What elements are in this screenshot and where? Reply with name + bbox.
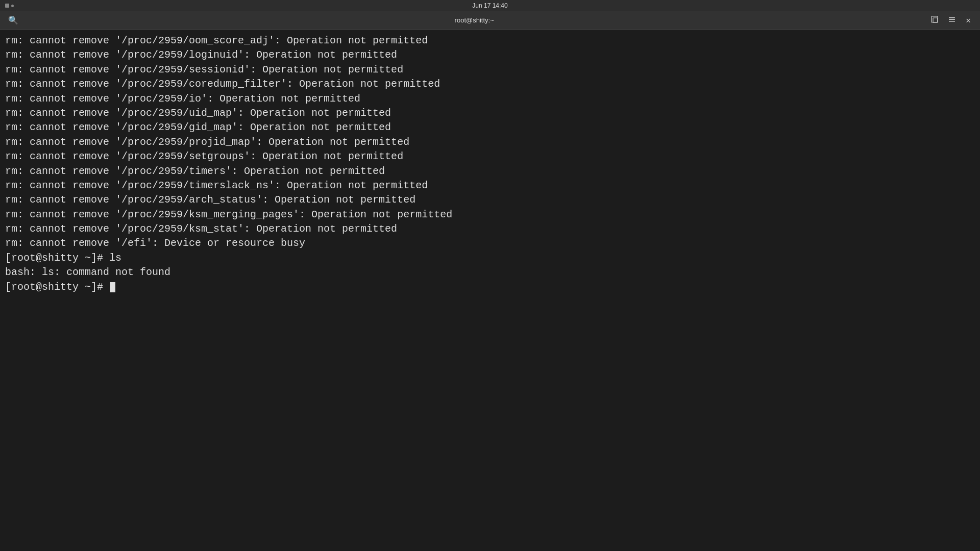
terminal-line: rm: cannot remove '/proc/2959/oom_score_…: [5, 34, 975, 48]
new-tab-button[interactable]: [928, 14, 941, 27]
system-time: Jun 17 14:40: [472, 2, 507, 9]
title-bar-controls: ✕: [928, 13, 974, 28]
terminal-line: rm: cannot remove '/proc/2959/uid_map': …: [5, 106, 975, 120]
terminal-line: rm: cannot remove '/efi': Device or reso…: [5, 236, 975, 251]
close-button[interactable]: ✕: [963, 13, 974, 28]
terminal-line: [root@shitty ~]# ls: [5, 251, 975, 265]
svg-rect-3: [949, 19, 955, 20]
svg-rect-1: [933, 18, 938, 22]
system-bar: Jun 17 14:40: [0, 0, 980, 11]
window-title: root@shitty:~: [455, 16, 494, 24]
terminal-line: rm: cannot remove '/proc/2959/io': Opera…: [5, 92, 975, 106]
svg-rect-2: [949, 17, 955, 18]
terminal-cursor: [110, 282, 115, 292]
sys-indicator: [5, 4, 9, 8]
terminal-prompt: [root@shitty ~]#: [5, 280, 109, 294]
title-bar: 🔍 root@shitty:~ ✕: [0, 11, 980, 30]
terminal-line: rm: cannot remove '/proc/2959/sessionid'…: [5, 63, 975, 77]
terminal-line: rm: cannot remove '/proc/2959/ksm_stat':…: [5, 222, 975, 236]
svg-rect-0: [932, 16, 938, 22]
terminal-line: rm: cannot remove '/proc/2959/loginuid':…: [5, 48, 975, 62]
terminal-body[interactable]: rm: cannot remove '/proc/2959/oom_score_…: [0, 30, 980, 551]
sys-dot-small: [11, 5, 14, 7]
terminal-line: rm: cannot remove '/proc/2959/timerslack…: [5, 179, 975, 193]
terminal-line: rm: cannot remove '/proc/2959/gid_map': …: [5, 120, 975, 135]
title-bar-left: 🔍: [6, 13, 20, 28]
terminal-line: bash: ls: command not found: [5, 265, 975, 280]
terminal-line: rm: cannot remove '/proc/2959/timers': O…: [5, 164, 975, 179]
terminal-line: rm: cannot remove '/proc/2959/projid_map…: [5, 135, 975, 149]
terminal-line: rm: cannot remove '/proc/2959/coredump_f…: [5, 77, 975, 91]
terminal-line: rm: cannot remove '/proc/2959/setgroups'…: [5, 149, 975, 164]
system-bar-left: [5, 4, 14, 8]
terminal-line: rm: cannot remove '/proc/2959/arch_statu…: [5, 193, 975, 207]
svg-rect-4: [949, 21, 955, 22]
menu-button[interactable]: [945, 14, 959, 27]
terminal-line: rm: cannot remove '/proc/2959/ksm_mergin…: [5, 208, 975, 222]
terminal-prompt-line[interactable]: [root@shitty ~]#: [5, 280, 975, 294]
search-icon[interactable]: 🔍: [6, 13, 20, 28]
terminal-window: Jun 17 14:40 🔍 root@shitty:~ ✕: [0, 0, 980, 551]
